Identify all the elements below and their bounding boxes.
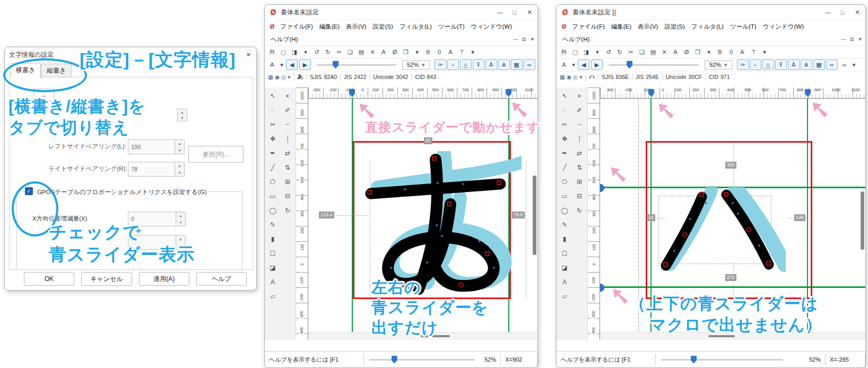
paint-mode-icon[interactable]: ✑ (435, 59, 446, 70)
cut-icon[interactable]: ✂ (334, 47, 344, 57)
glue-tool[interactable]: ⌖ (573, 90, 586, 102)
editor-a-titlebar[interactable]: Ø 書体名未設定 — □ ✕ (265, 5, 537, 20)
lasso-tool[interactable]: ◌ (266, 104, 279, 116)
ツール(T)[interactable]: ツール(T) (436, 22, 467, 32)
link-icon[interactable]: ∞ (524, 59, 535, 70)
select-tool[interactable]: ↖ (266, 90, 279, 102)
flip-horizontal-tool[interactable]: ⇄ (281, 147, 294, 159)
zoom-combobox[interactable]: 52% ▾ (705, 60, 732, 69)
minimize-icon[interactable]: — (824, 9, 831, 15)
zoom-dropdown-icon[interactable]: ▾ (422, 62, 425, 68)
cut-icon[interactable]: ✂ (626, 47, 636, 57)
rsb-spinner[interactable]: ▲▼ (175, 162, 185, 177)
dialog-close-icon[interactable]: ✕ (245, 51, 252, 58)
save-icon[interactable]: ◨ (581, 47, 592, 57)
zoom-slider-thumb[interactable] (333, 61, 338, 69)
new-glyph-icon[interactable]: A (559, 60, 569, 69)
editor-a-vertical-ruler[interactable]: 10009008007006005004003002001000-100-200… (296, 87, 308, 340)
mdi-restore-icon[interactable]: ⊡ (850, 37, 854, 42)
bold-icon[interactable]: B (715, 47, 725, 57)
measure-tool[interactable]: ▱ (266, 290, 279, 302)
minimize-icon[interactable]: — (496, 9, 504, 15)
ファイル(F)[interactable]: ファイル(F) (569, 22, 607, 32)
measure-tool[interactable]: ▱ (558, 290, 571, 302)
glyph-ha[interactable] (653, 187, 786, 272)
link-icon[interactable]: ∞ (826, 59, 838, 70)
zero-width-icon[interactable]: 0 (434, 47, 445, 57)
status-zoom-thumb[interactable] (691, 356, 697, 364)
mdi-close-icon[interactable]: ✕ (530, 37, 534, 42)
pen-tool[interactable]: ✒ (558, 147, 571, 159)
layer-dropdown-icon[interactable]: ▾ (704, 47, 714, 57)
browse-button[interactable]: 参照(R)... (188, 146, 244, 163)
dialog-button[interactable]: ヘルプ (196, 272, 247, 286)
align-horizontal-tool[interactable]: ⊞ (281, 176, 294, 188)
x-offset-spinner[interactable]: ▲▼ (176, 212, 186, 226)
table-mode-icon[interactable]: ▦ (813, 59, 825, 70)
redo-icon[interactable]: ↻ (614, 47, 625, 57)
metrics-mode-icon[interactable]: Ŧ (473, 59, 484, 70)
italic-check-icon[interactable]: Ѧ (498, 59, 510, 70)
italic-check-icon[interactable]: Ѧ (801, 59, 812, 70)
表示(V)[interactable]: 表示(V) (343, 22, 369, 32)
mdi-minimize-icon[interactable]: — (513, 37, 518, 42)
select-tool[interactable]: ↖ (558, 90, 571, 102)
code-dropdown-icon[interactable]: ▾ (579, 74, 582, 80)
text-tool[interactable]: A (266, 276, 279, 288)
char-preview-icon[interactable]: A (445, 47, 456, 57)
hidden-spinner[interactable]: ▲▼ (177, 109, 187, 121)
delete-icon[interactable]: ✕ (367, 47, 378, 57)
rotate-icon[interactable]: Ø (389, 47, 400, 57)
next-glyph-icon[interactable]: ▶ (591, 59, 603, 70)
編集(E)[interactable]: 編集(E) (609, 22, 634, 32)
gpos-checkbox-label[interactable]: GPOSテーブルのプロポーショナルメトリクスを設定する(G) (36, 188, 208, 196)
undo-icon[interactable]: ↺ (603, 47, 614, 57)
status-zoom-slider[interactable] (661, 359, 783, 361)
dash-horizontal-tool[interactable]: ┄ (573, 118, 586, 130)
path-mode-icon[interactable]: △ (460, 59, 472, 70)
hand-tool[interactable]: ✥ (558, 133, 571, 145)
new-glyph-dropdown-icon[interactable]: ▾ (279, 60, 284, 69)
menu-help[interactable]: ヘルプ(H) (268, 34, 300, 45)
flip-horizontal-tool[interactable]: ⇄ (573, 147, 586, 159)
フィルタ(L)[interactable]: フィルタ(L) (397, 22, 435, 32)
metrics-mode-icon[interactable]: Ŧ (775, 59, 787, 70)
help-dropdown-icon[interactable]: ▾ (467, 47, 478, 57)
zero-width-icon[interactable]: 0 (726, 47, 736, 57)
flip-vertical-tool[interactable]: ⇅ (281, 161, 294, 173)
表示(V)[interactable]: 表示(V) (635, 22, 661, 32)
help-icon[interactable]: ? (748, 47, 759, 57)
hand-tool[interactable]: ✥ (266, 133, 279, 145)
save-dropdown-icon[interactable]: ▾ (300, 47, 311, 57)
align-horizontal-tool[interactable]: ⊞ (573, 176, 586, 188)
フィルタ(L)[interactable]: フィルタ(L) (689, 22, 726, 32)
lsb-spinner[interactable]: ▲▼ (175, 139, 185, 154)
glasses-icon[interactable]: ∞ (839, 60, 850, 69)
char-frame-icon[interactable]: Ā (485, 59, 497, 70)
rect-tool[interactable]: ▭ (558, 190, 571, 202)
dialog-button[interactable]: 適用(A) (139, 272, 189, 286)
menu-help[interactable]: ヘルプ(H) (560, 34, 592, 45)
zoom-slider[interactable] (609, 64, 699, 66)
table-mode-icon[interactable]: ▦ (511, 59, 523, 70)
dialog-button[interactable]: OK (24, 272, 74, 286)
save-icon[interactable]: ◨ (289, 47, 300, 57)
ウィンドウ(W)[interactable]: ウィンドウ(W) (760, 22, 806, 32)
ウィンドウ(W)[interactable]: ウィンドウ(W) (468, 22, 515, 32)
copy-icon[interactable]: ❏ (345, 47, 355, 57)
bold-icon[interactable]: B (423, 47, 433, 57)
eraser-tool[interactable]: ◪ (266, 261, 279, 274)
editor-a-vscrollbar[interactable] (533, 176, 536, 255)
layer-dropdown-icon[interactable]: ▾ (412, 47, 422, 57)
undo-icon[interactable]: ↺ (311, 47, 322, 57)
mdi-restore-icon[interactable]: ⊡ (522, 37, 526, 42)
knife-tool[interactable]: ✐ (573, 104, 586, 116)
pencil-tool[interactable]: ✎ (558, 218, 571, 231)
top-guide-slider[interactable] (600, 184, 604, 192)
eraser-tool[interactable]: ◪ (558, 261, 571, 274)
external-edit-icon[interactable]: 外 (267, 47, 277, 57)
rect-tool[interactable]: ▭ (266, 190, 279, 202)
lasso-cut-tool[interactable]: ✂ (266, 118, 279, 130)
bottom-guide-slider[interactable] (600, 284, 604, 292)
duplicate-layer-icon[interactable]: ❐ (401, 47, 411, 57)
